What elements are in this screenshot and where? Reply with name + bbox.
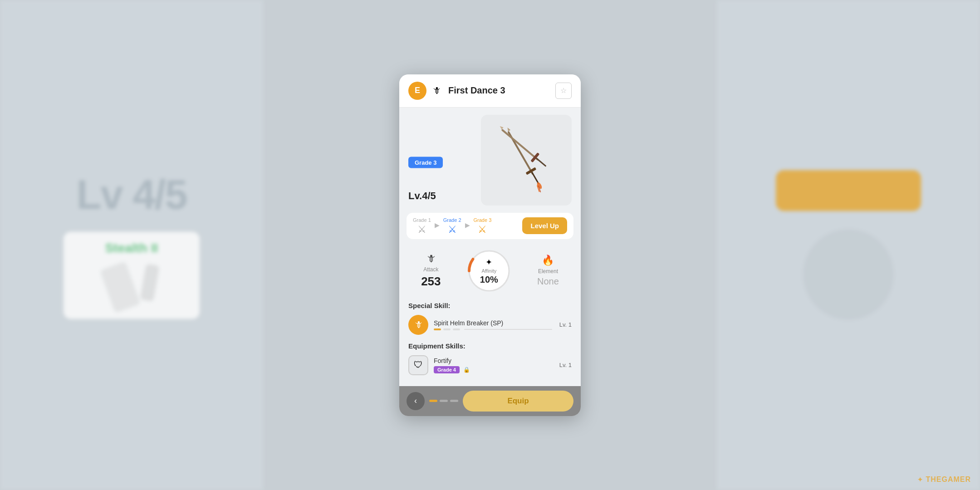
- skill-line: [464, 329, 552, 330]
- progress-dot-1: [429, 400, 437, 402]
- affinity-stat: ✦ Affinity 10%: [466, 248, 512, 294]
- modal-header: E 🗡 First Dance 3 ☆: [399, 74, 581, 108]
- brand-icon: ✦: [917, 476, 923, 483]
- skill-name: Spirit Helm Breaker (SP): [434, 319, 554, 327]
- arrow-1: ▶: [435, 221, 440, 230]
- bg-level-text: Lv 4/5: [76, 172, 186, 218]
- modal-body: Grade 3 Lv.4/5: [399, 108, 581, 386]
- sword-svg: [490, 122, 563, 199]
- attack-label: Attack: [423, 266, 438, 273]
- grade-1-item[interactable]: Grade 1 ⚔: [413, 217, 431, 235]
- bg-left-card: Stealth II: [64, 232, 200, 319]
- equip-button[interactable]: Equip: [463, 391, 573, 412]
- skill-dot-2: [443, 328, 451, 330]
- level-up-button[interactable]: Level Up: [522, 217, 567, 234]
- back-button[interactable]: ‹: [407, 392, 425, 410]
- grade-1-icon: ⚔: [417, 225, 426, 235]
- rarity-badge: E: [408, 82, 426, 100]
- equip-skill-info: Fortify Grade 4 🔒: [434, 357, 554, 373]
- favorite-button[interactable]: ☆: [555, 83, 572, 99]
- bg-card-title: Stealth II: [105, 241, 158, 255]
- element-label: Element: [538, 268, 558, 274]
- progress-dot-3: [450, 400, 458, 402]
- svg-rect-2: [526, 167, 537, 175]
- attack-stat: 🗡 Attack 253: [421, 253, 441, 289]
- weapon-detail-modal: E 🗡 First Dance 3 ☆ Grade 3 Lv.4/5: [399, 74, 581, 416]
- special-skill-row: 🗡 Spirit Helm Breaker (SP) Lv. 1: [399, 311, 581, 338]
- watermark: ✦ THEGAMER: [917, 475, 971, 484]
- attack-icon: 🗡: [426, 253, 436, 265]
- grade-3-item[interactable]: Grade 3 ⚔: [474, 217, 492, 235]
- equip-grade-badge: Grade 4: [434, 366, 460, 373]
- skill-level: Lv. 1: [559, 321, 572, 328]
- equipment-skill-row: 🛡 Fortify Grade 4 🔒 Lv. 1: [399, 352, 581, 379]
- affinity-value: 10%: [480, 274, 498, 284]
- svg-marker-8: [499, 125, 504, 129]
- equip-skill-name: Fortify: [434, 357, 451, 364]
- shield-icon: 🛡: [414, 360, 423, 370]
- skill-icon: 🗡: [408, 315, 428, 335]
- image-section: Grade 3 Lv.4/5: [399, 108, 581, 213]
- skill-dot-3: [453, 328, 460, 330]
- grade-2-icon: ⚔: [448, 225, 457, 235]
- skill-dots: [434, 328, 554, 330]
- equipment-skills-section-label: Equipment Skills:: [399, 338, 581, 352]
- progress-dots: [429, 400, 458, 402]
- special-skill-section-label: Special Skill:: [399, 298, 581, 311]
- grade-3-label: Grade 3: [474, 217, 492, 223]
- grade-1-label: Grade 1: [413, 217, 431, 223]
- grade-2-item[interactable]: Grade 2 ⚔: [443, 217, 461, 235]
- attack-value: 253: [421, 274, 441, 289]
- bg-right-button: [776, 170, 921, 211]
- skill-dot-1: [434, 328, 441, 330]
- weapon-image: [481, 115, 572, 206]
- bg-right: [717, 0, 980, 490]
- svg-marker-1: [506, 127, 510, 131]
- equip-skill-level: Lv. 1: [559, 362, 572, 368]
- arrow-2: ▶: [465, 221, 470, 230]
- bg-left: Lv 4/5 Stealth II: [0, 0, 263, 490]
- bottom-bar: ‹ Equip: [399, 386, 581, 416]
- grade-2-label: Grade 2: [443, 217, 461, 223]
- element-icon: 🔥: [542, 255, 554, 266]
- weapon-level: Lv.4/5: [408, 190, 436, 202]
- affinity-label: Affinity: [481, 268, 496, 273]
- element-value: None: [537, 276, 559, 287]
- grade-selector: Grade 1 ⚔ ▶ Grade 2 ⚔ ▶ Grade 3 ⚔ Level …: [407, 213, 573, 239]
- svg-rect-10: [536, 157, 546, 167]
- stats-section: 🗡 Attack 253 ✦ Affinity 10% 🔥: [399, 239, 581, 298]
- star-icon: ☆: [560, 86, 567, 95]
- grade-3-icon: ⚔: [478, 225, 487, 235]
- equip-skill-icon: 🛡: [408, 355, 428, 375]
- skill-sword-icon: 🗡: [414, 319, 423, 330]
- lock-icon: 🔒: [463, 367, 470, 373]
- weapon-title: First Dance 3: [448, 85, 550, 96]
- affinity-inner: ✦ Affinity 10%: [480, 257, 498, 284]
- progress-dot-2: [440, 400, 448, 402]
- weapon-type-icon: 🗡: [432, 85, 441, 96]
- affinity-icon: ✦: [485, 257, 492, 267]
- grade-badge: Grade 3: [408, 157, 443, 168]
- element-stat: 🔥 Element None: [537, 255, 559, 287]
- svg-rect-7: [501, 128, 539, 161]
- skill-info: Spirit Helm Breaker (SP): [434, 319, 554, 330]
- back-icon: ‹: [414, 396, 417, 406]
